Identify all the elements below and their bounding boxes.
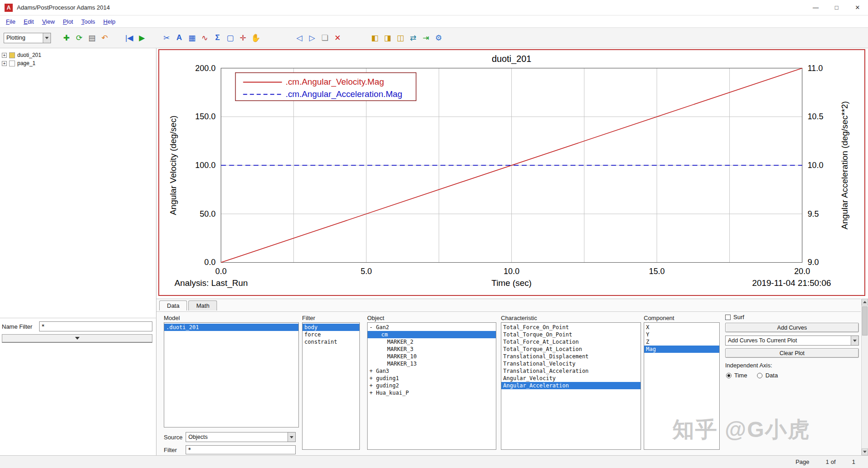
tree-item-page_1[interactable]: +page_1 [2, 59, 154, 67]
object-list[interactable]: - Gan2cmMARKER_2MARKER_3MARKER_10MARKER_… [367, 322, 496, 450]
object-filter-input[interactable] [186, 445, 296, 454]
clear-plot-button[interactable]: Clear Plot [725, 348, 859, 358]
list-item[interactable]: Translational_Velocity [501, 360, 641, 367]
list-item[interactable]: Translational_Displacement [501, 353, 641, 360]
list-item[interactable]: Angular_Velocity [501, 375, 641, 382]
close-button[interactable]: ✕ [847, 0, 868, 15]
list-item[interactable]: + Gan3 [368, 367, 496, 375]
menu-help[interactable]: Help [99, 17, 120, 26]
mode-select[interactable]: Plotting [4, 33, 51, 43]
toolbar: Plotting ✚⟳▤↶|◀▶✂A▦∿Σ▢✛✋◁▷❏✕◧◨◫⇄⇥⚙ [0, 27, 868, 48]
tree-item-label: page_1 [17, 60, 35, 66]
plot-area[interactable]: 0.050.0100.0150.0200.09.09.510.010.511.0… [158, 49, 865, 296]
list-item[interactable]: Angular_Acceleration [501, 382, 641, 389]
panel-tabs: DataMath [159, 300, 218, 310]
vertical-scrollbar[interactable] [861, 299, 868, 455]
settings-gear-icon[interactable]: ⚙ [432, 31, 445, 44]
list-item[interactable]: Mag [644, 346, 719, 353]
tab-data[interactable]: Data [159, 300, 187, 310]
layout-grid-icon[interactable]: ◫ [394, 31, 407, 44]
edit-curve-icon[interactable]: ∿ [198, 31, 211, 44]
print-icon[interactable]: ▤ [86, 31, 98, 44]
source-select[interactable]: Objects [186, 432, 296, 442]
reload-icon[interactable]: ⟳ [73, 31, 86, 44]
menu-view[interactable]: View [38, 17, 59, 26]
tree-item-duoti_201[interactable]: +duoti_201 [2, 51, 154, 59]
svg-text:10.0: 10.0 [807, 161, 823, 170]
plot-axes-icon[interactable]: ▦ [186, 31, 198, 44]
characteristic-list[interactable]: Total_Force_On_PointTotal_Torque_On_Poin… [501, 322, 641, 450]
step-first-icon[interactable]: |◀ [123, 31, 136, 44]
characteristic-column-label: Characteristic [501, 315, 537, 321]
delete-page-icon[interactable]: ✕ [331, 31, 344, 44]
legend: .cm.Angular_Velocity.Mag.cm.Angular_Acce… [236, 73, 416, 101]
play-animation-icon[interactable]: ▶ [136, 31, 148, 44]
data-radio[interactable] [757, 373, 762, 378]
list-item[interactable]: .duoti_201 [164, 324, 298, 331]
list-item[interactable]: Total_Torque_At_Location [501, 346, 641, 353]
move-view-icon[interactable]: ✛ [237, 31, 249, 44]
name-filter-dropdown[interactable] [2, 334, 152, 343]
list-item[interactable]: - Gan2 [368, 324, 496, 331]
list-item[interactable]: constraint [303, 338, 359, 346]
menu-plot[interactable]: Plot [59, 17, 77, 26]
expand-icon[interactable]: + [2, 53, 7, 58]
surf-checkbox[interactable] [725, 315, 731, 320]
menu-edit[interactable]: Edit [20, 17, 38, 26]
surf-row: Surf [725, 314, 744, 320]
model-list[interactable]: .duoti_201 [164, 322, 299, 427]
menu-tools[interactable]: Tools [77, 17, 99, 26]
list-item[interactable]: Total_Force_At_Location [501, 338, 641, 346]
expand-icon[interactable]: + [2, 61, 7, 66]
list-item[interactable]: Z [644, 338, 719, 346]
statistics-sigma-icon[interactable]: Σ [211, 31, 224, 44]
list-item[interactable]: Total_Torque_On_Point [501, 331, 641, 338]
list-item[interactable]: force [303, 331, 359, 338]
filter-list[interactable]: bodyforceconstraint [302, 322, 360, 450]
menu-file[interactable]: File [2, 17, 20, 26]
list-item[interactable]: + Hua_kuai_P [368, 389, 496, 397]
list-item[interactable]: + guding1 [368, 375, 496, 382]
mode-select-value: Plotting [6, 35, 25, 41]
component-list[interactable]: XYZMag [644, 322, 720, 450]
add-text-icon[interactable]: A [173, 31, 186, 44]
list-item[interactable]: MARKER_10 [368, 353, 496, 360]
list-item[interactable]: Y [644, 331, 719, 338]
object-column-label: Object [367, 315, 384, 321]
tab-math[interactable]: Math [188, 300, 217, 310]
list-item[interactable]: body [303, 324, 359, 331]
scroll-up-icon[interactable] [862, 299, 868, 305]
name-filter-input[interactable] [39, 321, 152, 331]
scrollbar-thumb[interactable] [862, 306, 868, 336]
zoom-select-icon[interactable]: ▢ [224, 31, 237, 44]
add-mode-select[interactable]: Add Curves To Current Plot [725, 336, 859, 346]
list-item[interactable]: MARKER_2 [368, 338, 496, 346]
new-plot-page-icon[interactable]: ✚ [60, 31, 73, 44]
page-back-icon[interactable]: ◁ [293, 31, 306, 44]
maximize-button[interactable]: □ [826, 0, 847, 15]
legend-entry: .cm.Angular_Velocity.Mag [286, 77, 384, 87]
undo-icon[interactable]: ↶ [98, 31, 111, 44]
list-item[interactable]: X [644, 324, 719, 331]
copy-page-icon[interactable]: ❏ [318, 31, 331, 44]
list-item[interactable]: MARKER_3 [368, 346, 496, 353]
layout-single-icon[interactable]: ◧ [368, 31, 381, 44]
transfer-icon[interactable]: ⇥ [419, 31, 432, 44]
page-forward-icon[interactable]: ▷ [306, 31, 318, 44]
add-curves-button[interactable]: Add Curves [725, 323, 859, 332]
svg-text:10.0: 10.0 [504, 267, 520, 276]
list-item[interactable]: cm [368, 331, 496, 338]
layout-split-icon[interactable]: ◨ [381, 31, 394, 44]
pan-hand-icon[interactable]: ✋ [249, 31, 262, 44]
list-item[interactable]: Translational_Acceleration [501, 367, 641, 375]
time-radio[interactable] [726, 373, 732, 378]
list-item[interactable]: + guding2 [368, 382, 496, 389]
svg-text:100.0: 100.0 [195, 161, 216, 170]
list-item[interactable]: MARKER_13 [368, 360, 496, 367]
curve-tools-scissors-icon[interactable]: ✂ [160, 31, 173, 44]
filter-row-label: Filter [164, 447, 177, 453]
list-item[interactable]: Total_Force_On_Point [501, 324, 641, 331]
scroll-down-icon[interactable] [862, 448, 868, 455]
minimize-button[interactable]: — [805, 0, 826, 15]
swap-xy-icon[interactable]: ⇄ [407, 31, 419, 44]
